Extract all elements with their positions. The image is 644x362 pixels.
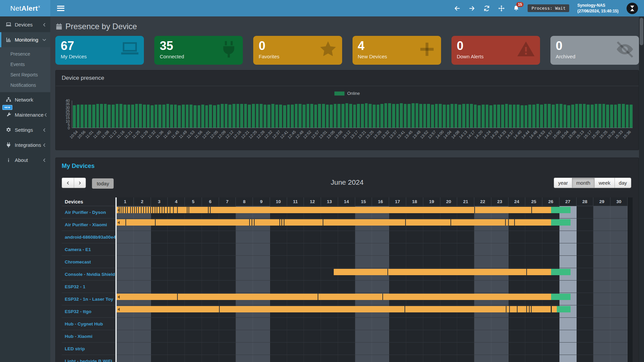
presence-bar-orange[interactable] [552, 306, 557, 312]
view-button-month[interactable]: month [572, 178, 594, 188]
device-link-hub-cygnet-hub[interactable]: Hub - Cygnet Hub [62, 318, 115, 330]
stat-card-down-alerts[interactable]: 0Down Alerts [451, 36, 540, 65]
day-header-15: 15 [355, 197, 372, 206]
device-link-esp32-ttgo[interactable]: ESP32 - ttgo [62, 305, 115, 318]
online-count-bar [431, 105, 434, 128]
online-count-bar [104, 104, 107, 128]
device-link-air-purifier-dyson[interactable]: Air Purifier - Dyson [62, 206, 115, 219]
x-tick-label: 11:45 [170, 130, 180, 139]
presence-bar-green[interactable] [551, 269, 571, 275]
forward-arrow-icon[interactable] [469, 5, 475, 12]
presence-bar-orange[interactable] [117, 294, 551, 300]
online-count-bar [256, 104, 259, 128]
sidebar-toggle-button[interactable] [57, 6, 64, 11]
device-link-console-nvidia-shield-tv[interactable]: Console - Nvidia Shield TV [62, 268, 115, 281]
device-link-esp32-1[interactable]: ESP32 - 1 [62, 281, 115, 293]
presence-bar-green[interactable] [551, 219, 571, 226]
stat-card-favorites[interactable]: 0Favorites [253, 36, 342, 65]
x-tick-label: 12:37 [271, 130, 281, 139]
fullscreen-move-icon[interactable] [498, 5, 505, 12]
presence-bar-orange[interactable] [117, 207, 551, 213]
sidebar-item-monitoring[interactable]: Monitoring [0, 32, 50, 47]
my-devices-panel: My Devices today June 2024 yearmonthweek… [55, 158, 639, 362]
submenu-item-presence[interactable]: Presence [0, 49, 50, 59]
x-tick-label: 13:37 [388, 130, 398, 139]
x-tick-label: 11:08 [100, 130, 110, 139]
offline-gap-tick [148, 207, 149, 213]
x-tick-label: 12:21 [240, 130, 250, 139]
day-header-7: 7 [219, 197, 236, 206]
presence-bar-green[interactable] [551, 294, 571, 300]
sidebar-item-maintenance[interactable]: NEWMaintenance [0, 107, 50, 122]
device-link-air-purifier-xiaomi[interactable]: Air Purifier - Xiaomi [62, 219, 115, 231]
online-count-bar [567, 105, 570, 128]
back-arrow-icon[interactable] [454, 5, 461, 12]
next-month-button[interactable] [74, 178, 86, 188]
notifications-bell-icon[interactable]: 15 [513, 5, 520, 12]
presence-bar-orange[interactable] [334, 269, 551, 275]
online-count-bar [548, 104, 551, 128]
brand-logo[interactable]: NetAlertx [0, 0, 50, 16]
sidebar-item-integrations[interactable]: Integrations [0, 137, 50, 153]
view-switcher: yearmonthweekday [554, 178, 631, 188]
online-count-bar [412, 103, 415, 128]
view-button-week[interactable]: week [594, 178, 614, 188]
online-count-bar [462, 104, 465, 128]
sidebar-item-about[interactable]: About [0, 153, 50, 168]
stat-card-new-devices[interactable]: 4New Devices [353, 36, 441, 65]
online-count-bar [330, 105, 333, 128]
presence-bar-orange[interactable] [117, 219, 551, 226]
day-header-11: 11 [287, 197, 304, 206]
stat-card-archived[interactable]: 0Archived [550, 36, 639, 65]
refresh-icon[interactable] [483, 5, 490, 12]
view-button-year[interactable]: year [554, 178, 572, 188]
online-count-bar [314, 105, 317, 128]
day-header-17: 17 [389, 197, 406, 206]
presence-chart-body: Online 0510152025303540 10:5410:5611:011… [56, 86, 639, 150]
y-tick-label: 20 [66, 112, 70, 116]
x-tick-label: 12:48 [295, 130, 305, 139]
presence-bar-orange[interactable] [117, 306, 551, 312]
stat-card-connected[interactable]: 35Connected [154, 36, 243, 65]
user-avatar[interactable] [627, 3, 638, 14]
submenu-item-events[interactable]: Events [0, 59, 50, 69]
device-link-chromecast[interactable]: Chromecast [62, 256, 115, 268]
device-link-camera-e1[interactable]: Camera - E1 [62, 243, 115, 256]
submenu-item-notifications[interactable]: Notifications [0, 80, 50, 90]
online-count-bar [73, 105, 76, 128]
presence-bar-green[interactable] [557, 306, 571, 312]
device-link-light-bedside-b-wifi[interactable]: Light - bedside B WiFi [62, 355, 115, 362]
chart-legend[interactable]: Online [62, 91, 633, 96]
device-link-led-strip[interactable]: LED strip [62, 343, 115, 355]
online-count-bar [353, 105, 356, 128]
legend-label: Online [347, 91, 360, 96]
sidebar-item-devices[interactable]: Devices [0, 17, 50, 32]
device-link-esp32-1n-laser-toy[interactable]: ESP32 - 1n - Laser Toy [62, 293, 115, 305]
sidebar-item-settings[interactable]: Settings [0, 122, 50, 137]
day-header-18: 18 [406, 197, 423, 206]
window-scrollbar[interactable] [639, 16, 644, 362]
scrollbar-thumb[interactable] [640, 18, 643, 45]
offline-gap-tick [323, 219, 323, 226]
prev-month-button[interactable] [62, 178, 74, 188]
submenu-item-sent-reports[interactable]: Sent Reports [0, 69, 50, 80]
calendar-row-light-bedside-b-wifi [117, 355, 628, 362]
stat-cards: 67My Devices35Connected0Favorites4New De… [55, 36, 639, 65]
offline-gap-tick [281, 219, 282, 226]
online-count-bar [155, 105, 158, 128]
offline-gap-tick [164, 207, 165, 213]
online-count-bar [194, 105, 197, 128]
my-devices-title: My Devices [62, 163, 633, 170]
view-button-day[interactable]: day [614, 178, 631, 188]
offline-gap-tick [134, 207, 135, 213]
online-count-bar [427, 104, 430, 128]
device-link-android-68608b93a00e4[interactable]: android-68608b93a00e4 [62, 231, 115, 243]
today-button[interactable]: today [92, 178, 114, 189]
device-link-hub-xiaomi[interactable]: Hub - Xiaomi [62, 330, 115, 343]
presence-bar-green[interactable] [551, 207, 571, 213]
offline-gap-tick [254, 219, 255, 226]
online-count-bar [240, 104, 243, 128]
online-count-bar [116, 104, 119, 128]
stat-card-my-devices[interactable]: 67My Devices [55, 36, 144, 65]
devices-column: Devices Air Purifier - DysonAir Purifier… [62, 197, 115, 362]
